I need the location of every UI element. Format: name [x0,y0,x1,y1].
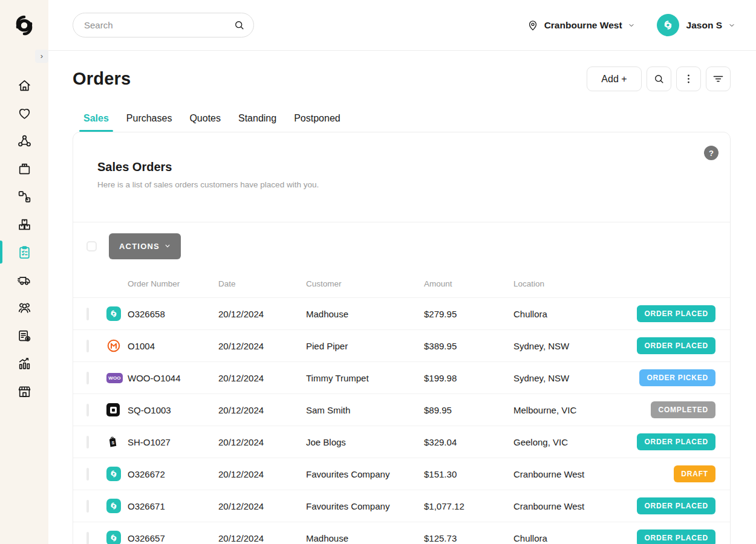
user-name: Jason S [686,20,722,31]
actions-dropdown-button[interactable]: ACTIONS [109,233,181,259]
sidebar-item-reports[interactable] [0,349,48,377]
app-source-icon [106,467,121,481]
status-badge: ORDER PLACED [637,305,715,322]
user-avatar[interactable] [657,14,679,36]
tab-sales[interactable]: Sales [83,113,109,132]
sidebar-item-store[interactable] [0,377,48,405]
row-checkbox[interactable] [86,532,89,544]
global-search[interactable] [73,13,254,37]
order-number[interactable]: SH-O1027 [128,437,218,447]
search-orders-button[interactable] [647,66,671,91]
table-row[interactable]: S SH-O1027 20/12/2024 Joe Blogs $329.04 … [73,426,730,458]
table-row[interactable]: O326671 20/12/2024 Favourites Company $1… [73,490,730,522]
row-checkbox[interactable] [86,340,89,352]
top-header: Cranbourne West Jason S [48,0,756,51]
header-right-cluster: Cranbourne West Jason S [527,14,735,36]
tab-standing[interactable]: Standing [238,113,276,132]
table-row[interactable]: SQ-O1003 20/12/2024 Sam Smith $89.95 Mel… [73,394,730,426]
more-options-button[interactable] [676,66,701,91]
order-customer: Sam Smith [306,405,424,415]
order-location: Sydney, NSW [513,341,637,351]
app-source-icon [106,531,121,544]
location-selector[interactable]: Cranbourne West [527,19,635,31]
order-location: Chullora [513,533,637,543]
order-number[interactable]: O326672 [128,469,218,479]
supply-chain-icon [17,189,32,204]
table-row[interactable]: O326657 20/12/2024 Madhouse $125.73 Chul… [73,522,730,544]
tab-postponed[interactable]: Postponed [294,113,341,132]
order-amount: $151.30 [424,469,513,479]
app-source-icon [106,306,121,321]
table-row[interactable]: WOO WOO-O1044 20/12/2024 Timmy Trumpet $… [73,362,730,394]
location-pin-icon [527,19,539,31]
square-icon [106,403,120,416]
row-checkbox[interactable] [86,308,89,320]
table-row[interactable]: O326658 20/12/2024 Madhouse $279.95 Chul… [73,298,730,330]
order-location: Geelong, VIC [513,437,637,447]
status-badge: DRAFT [674,465,715,482]
filter-icon [712,73,724,85]
help-button[interactable]: ? [704,146,719,160]
magento-icon [106,338,121,353]
kebab-menu-icon [683,73,694,85]
tab-purchases[interactable]: Purchases [126,113,172,132]
brand-logo[interactable] [0,0,48,51]
order-location: Cranbourne West [513,501,637,511]
network-icon [17,134,32,149]
sidebar-item-invoices[interactable] [0,322,48,349]
order-number[interactable]: O326657 [128,533,218,543]
status-badge: ORDER PLACED [637,497,715,514]
order-date: 20/12/2024 [218,341,306,351]
order-number[interactable]: WOO-O1044 [128,373,218,383]
stacked-boxes-icon [17,217,32,232]
order-customer: Timmy Trumpet [306,373,424,383]
table-row[interactable]: O1004 20/12/2024 Pied Piper $389.95 Sydn… [73,330,730,362]
row-checkbox[interactable] [86,468,89,481]
search-input[interactable] [84,20,233,30]
truck-icon [17,273,32,288]
status-badge: ORDER PLACED [637,433,715,450]
sidebar-collapse-button[interactable]: › [35,50,48,63]
search-icon [653,73,665,85]
store-icon [17,384,32,399]
search-icon[interactable] [233,19,245,31]
row-checkbox[interactable] [86,404,89,416]
order-number[interactable]: SQ-O1003 [128,405,218,415]
sidebar-item-inventory[interactable] [0,210,48,238]
order-number[interactable]: O326671 [128,501,218,511]
orders-table-body: O326658 20/12/2024 Madhouse $279.95 Chul… [73,298,730,544]
chevron-down-icon [165,243,171,249]
select-all-checkbox[interactable] [86,241,97,251]
card-title: Sales Orders [97,160,706,174]
order-number[interactable]: O1004 [128,341,218,351]
avatar-swirl-icon [662,19,674,31]
user-menu[interactable]: Jason S [686,20,735,31]
row-checkbox[interactable] [86,500,89,513]
app-source-icon [106,499,121,513]
order-date: 20/12/2024 [218,501,306,511]
sidebar-item-supply-chain[interactable] [0,183,48,210]
tab-quotes[interactable]: Quotes [189,113,221,132]
orders-clipboard-icon [17,245,32,260]
row-checkbox[interactable] [86,436,89,448]
order-number[interactable]: O326658 [128,309,218,319]
row-checkbox[interactable] [86,372,89,384]
column-header-amount: Amount [424,279,513,288]
filter-button[interactable] [706,66,731,91]
add-button[interactable]: Add + [587,66,642,91]
sidebar-item-products[interactable] [0,155,48,183]
sidebar [0,0,48,544]
sidebar-item-network[interactable] [0,127,48,155]
sidebar-item-customers[interactable] [0,294,48,322]
sidebar-item-deliveries[interactable] [0,266,48,294]
woocommerce-icon: WOO [106,373,123,383]
order-amount: $125.73 [424,533,513,543]
status-badge: COMPLETED [651,401,715,418]
sidebar-item-home[interactable] [0,71,48,99]
heart-icon [17,106,32,121]
sidebar-item-favourites[interactable] [0,99,48,127]
order-customer: Madhouse [306,533,424,543]
table-row[interactable]: O326672 20/12/2024 Favourites Company $1… [73,458,730,490]
order-date: 20/12/2024 [218,405,306,415]
sidebar-item-orders[interactable] [0,238,48,266]
